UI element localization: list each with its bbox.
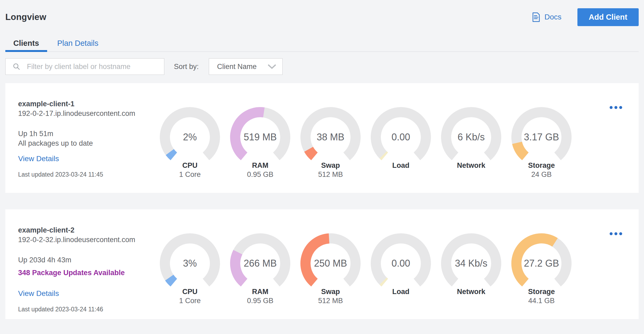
gauge-sublabel: 0.95 GB [230,170,291,180]
gauge-sublabel [441,297,502,306]
gauge-label: Network [441,161,502,170]
gauge-sublabel: 44.1 GB [511,297,572,306]
sort-by-label: Sort by: [174,63,199,71]
gauge-value: 27.2 GB [511,258,572,269]
client-last-updated: Last updated 2023-03-24 11:46 [18,306,159,313]
gauge: 3.17 GB Storage 24 GB [511,107,572,180]
chevron-down-icon [267,64,276,69]
gauge-value: 3.17 GB [511,132,572,143]
search-icon [13,63,21,71]
gauge-sublabel [370,297,431,306]
gauge: 34 Kb/s Network [441,233,502,306]
gauge-sublabel: 1 Core [159,297,221,306]
action-menu-button[interactable] [608,231,624,237]
gauge-label: Swap [300,161,361,170]
client-name: example-client-2 [18,225,159,235]
filter-toolbar: Sort by: Client Name [5,58,639,75]
gauge-row: 2% CPU 1 Core 519 MB RAM 0.95 GB [159,107,572,180]
add-client-button[interactable]: Add Client [577,8,639,26]
tab-clients[interactable]: Clients [5,38,47,51]
gauge: 0.00 Load [370,233,431,306]
sort-select[interactable]: Client Name [209,58,283,75]
tab-plan-details[interactable]: Plan Details [49,38,107,51]
client-card: example-client-2 192-0-2-32.ip.linodeuse… [5,209,639,319]
ellipsis-icon [610,106,613,109]
gauge: 0.00 Load [370,107,431,180]
longview-page: Longview Docs Add Client Clients Plan De… [0,0,644,319]
gauge-value: 3% [159,258,221,269]
sort-select-value: Client Name [217,63,257,71]
gauge-row: 3% CPU 1 Core 266 MB RAM 0.95 GB [159,233,572,306]
client-hostname: 192-0-2-32.ip.linodeusercontent.com [18,235,159,245]
gauge-label: RAM [230,161,291,170]
gauge: 519 MB RAM 0.95 GB [230,107,291,180]
client-filter-input[interactable] [26,62,160,71]
gauge: 266 MB RAM 0.95 GB [230,233,291,306]
gauge: 2% CPU 1 Core [159,107,221,180]
view-details-link[interactable]: View Details [18,154,59,163]
client-package-status: All packages up to date [18,139,159,148]
gauge: 38 MB Swap 512 MB [300,107,361,180]
gauge-value: 250 MB [300,258,361,269]
gauge-value: 6 Kb/s [441,132,502,143]
gauge: 6 Kb/s Network [441,107,502,180]
page-header: Longview Docs Add Client [5,0,639,26]
client-card: example-client-1 192-0-2-17.ip.linodeuse… [5,83,639,193]
client-info: example-client-1 192-0-2-17.ip.linodeuse… [18,99,159,178]
gauge-value: 0.00 [370,258,431,269]
gauge-label: Network [441,288,502,296]
gauge-value: 519 MB [230,132,291,143]
gauge-sublabel: 512 MB [300,297,361,306]
client-uptime: Up 1h 51m [18,129,159,139]
gauge-sublabel: 24 GB [511,170,572,180]
docs-label: Docs [544,13,561,21]
action-menu-button[interactable] [608,104,624,111]
gauge-sublabel: 0.95 GB [230,297,291,306]
gauge-value: 2% [159,132,221,143]
tab-bar: Clients Plan Details [5,38,639,52]
page-title: Longview [5,12,46,22]
gauge-label: Storage [511,288,572,296]
gauge-value: 38 MB [300,132,361,143]
gauge-value: 34 Kb/s [441,258,502,269]
gauge-label: CPU [159,288,221,296]
client-info: example-client-2 192-0-2-32.ip.linodeuse… [18,225,159,313]
ellipsis-icon [610,232,613,235]
client-hostname: 192-0-2-17.ip.linodeusercontent.com [18,109,159,118]
client-list: example-client-1 192-0-2-17.ip.linodeuse… [5,83,639,319]
gauge-value: 0.00 [370,132,431,143]
gauge-label: Storage [511,161,572,170]
view-details-link[interactable]: View Details [18,289,59,298]
gauge-sublabel: 1 Core [159,170,221,180]
client-package-status: 348 Package Updates Available [18,268,159,278]
gauge-label: RAM [230,288,291,296]
gauge: 250 MB Swap 512 MB [300,233,361,306]
gauge: 27.2 GB Storage 44.1 GB [511,233,572,306]
client-uptime: Up 203d 4h 43m [18,255,159,265]
gauge-label: Load [370,161,431,170]
client-filter-box [5,58,164,75]
gauge-label: Load [370,288,431,296]
client-name: example-client-1 [18,99,159,109]
gauge-sublabel [441,170,502,180]
client-last-updated: Last updated 2023-03-24 11:45 [18,171,159,178]
gauge: 3% CPU 1 Core [159,233,221,306]
docs-icon [532,12,541,22]
header-actions: Docs Add Client [532,8,639,26]
gauge-label: CPU [159,161,221,170]
gauge-sublabel: 512 MB [300,170,361,180]
gauge-sublabel [370,170,431,180]
gauge-value: 266 MB [230,258,291,269]
gauge-label: Swap [300,288,361,296]
docs-link[interactable]: Docs [532,12,561,22]
